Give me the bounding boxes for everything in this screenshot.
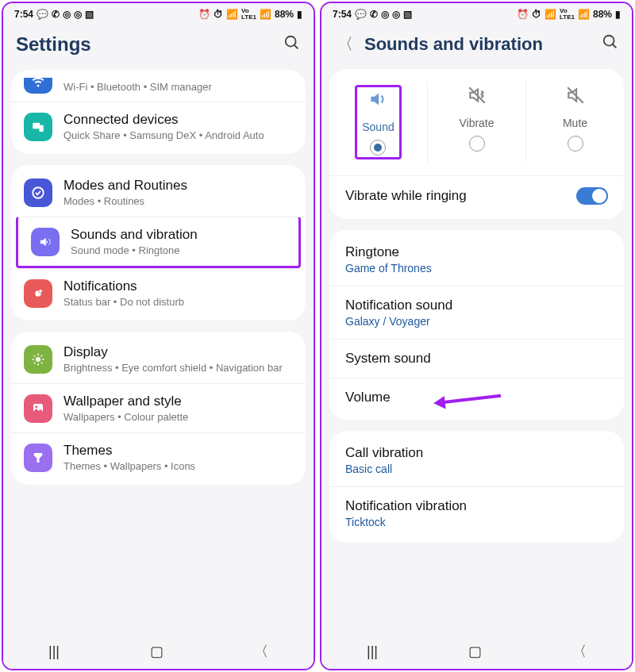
- card-connections: Wi-Fi • Bluetooth • SIM manager Connecte…: [11, 70, 306, 154]
- back-button[interactable]: 〈: [334, 33, 356, 55]
- svg-line-13: [41, 362, 43, 363]
- setting-subtitle: Game of Thrones: [345, 262, 432, 275]
- card-vibration: Call vibration Basic call Notification v…: [329, 431, 624, 543]
- alarm-icon: ⏱: [532, 9, 541, 20]
- setting-ringtone[interactable]: Ringtone Game of Thrones: [329, 233, 624, 286]
- mute-icon: [565, 85, 586, 110]
- mode-vibrate[interactable]: Vibrate: [428, 82, 526, 163]
- volte-icon: VoLTE1: [241, 8, 256, 21]
- mode-mute[interactable]: Mute: [526, 82, 624, 163]
- svg-line-1: [294, 44, 298, 48]
- row-subtitle: Wi-Fi • Bluetooth • SIM manager: [64, 81, 293, 93]
- row-title: Display: [64, 344, 293, 360]
- row-subtitle: Themes • Wallpapers • Icons: [64, 460, 293, 472]
- setting-subtitle: Ticktock: [345, 516, 467, 528]
- mode-sound[interactable]: Sound: [329, 82, 428, 163]
- page-title: Settings: [16, 33, 275, 56]
- search-icon[interactable]: [283, 34, 301, 56]
- svg-rect-2: [33, 122, 40, 129]
- radio-vibrate[interactable]: [469, 136, 485, 152]
- vibrate-icon: [467, 85, 487, 110]
- row-title: Notifications: [64, 278, 293, 294]
- mode-label: Vibrate: [459, 117, 494, 129]
- whatsapp-icon: ✆: [370, 9, 378, 20]
- card-modes: Modes and Routines Modes • Routines Soun…: [11, 165, 306, 321]
- nav-recent[interactable]: |||: [367, 643, 378, 660]
- svg-point-0: [286, 36, 296, 46]
- mode-label: Sound: [362, 121, 394, 133]
- alarm-icon: ⏰: [198, 9, 210, 20]
- instagram-icon: ◎: [63, 9, 71, 20]
- svg-line-22: [440, 382, 501, 417]
- sun-icon: [24, 345, 52, 374]
- wifi-icon: [24, 78, 52, 94]
- settings-item-display[interactable]: Display Brightness • Eye comfort shield …: [11, 335, 306, 383]
- theme-icon: [24, 444, 52, 472]
- status-time: 7:54: [14, 9, 33, 20]
- setting-subtitle: Galaxy / Voyager: [345, 315, 452, 328]
- instagram-icon: ◎: [392, 9, 400, 20]
- wifi-icon: 📶: [545, 9, 556, 20]
- chat-icon: 💬: [355, 9, 367, 20]
- setting-title: Notification sound: [345, 298, 452, 313]
- nav-home[interactable]: ▢: [468, 643, 482, 660]
- row-title: Sounds and vibration: [71, 227, 286, 243]
- radio-mute[interactable]: [568, 136, 583, 152]
- image-icon: ▧: [85, 9, 94, 20]
- row-subtitle: Brightness • Eye comfort shield • Naviga…: [64, 362, 293, 374]
- setting-system-sound[interactable]: System sound: [329, 339, 624, 378]
- settings-item-wallpaper[interactable]: Wallpaper and style Wallpapers • Colour …: [11, 383, 306, 432]
- setting-vibrate-while-ringing[interactable]: Vibrate while ringing: [329, 175, 624, 216]
- settings-item-notifications[interactable]: Notifications Status bar • Do not distur…: [11, 268, 306, 317]
- setting-title: System sound: [345, 351, 431, 367]
- svg-line-19: [613, 44, 617, 48]
- image-icon: [24, 394, 52, 423]
- mode-label: Mute: [563, 117, 587, 129]
- nav-bar: ||| ▢ 〈: [321, 632, 632, 669]
- chat-icon: 💬: [37, 9, 48, 20]
- svg-marker-23: [433, 396, 449, 413]
- setting-call-vibration[interactable]: Call vibration Basic call: [329, 434, 624, 486]
- nav-home[interactable]: ▢: [150, 643, 164, 660]
- svg-point-7: [36, 357, 40, 362]
- nav-recent[interactable]: |||: [48, 643, 60, 660]
- annotation-arrow: [430, 374, 507, 425]
- svg-rect-3: [40, 125, 44, 131]
- signal-icon: 📶: [260, 9, 271, 20]
- battery-icon: ▮: [615, 9, 621, 20]
- card-sounds: Ringtone Game of Thrones Notification so…: [329, 230, 624, 420]
- radio-sound[interactable]: [370, 140, 386, 156]
- battery-text: 88%: [593, 9, 612, 20]
- row-title: Modes and Routines: [64, 178, 293, 194]
- settings-item-themes[interactable]: Themes Themes • Wallpapers • Icons: [11, 432, 306, 482]
- svg-point-6: [39, 289, 43, 293]
- row-title: Themes: [64, 443, 293, 459]
- setting-volume[interactable]: Volume: [329, 378, 624, 417]
- nav-bar: ||| ▢ 〈: [3, 632, 314, 669]
- row-title: Connected devices: [64, 112, 293, 128]
- status-bar: 7:54 💬 ✆ ◎ ◎ ▧ ⏰ ⏱ 📶 VoLTE1 📶 88% ▮: [321, 3, 632, 22]
- instagram-icon: ◎: [381, 9, 389, 20]
- settings-item-connected-devices[interactable]: Connected devices Quick Share • Samsung …: [11, 102, 306, 151]
- row-subtitle: Wallpapers • Colour palette: [64, 411, 293, 423]
- settings-item-modes-routines[interactable]: Modes and Routines Modes • Routines: [11, 168, 306, 217]
- card-display: Display Brightness • Eye comfort shield …: [11, 332, 306, 485]
- setting-notification-sound[interactable]: Notification sound Galaxy / Voyager: [329, 286, 624, 339]
- toggle-vibrate-ringing[interactable]: [576, 187, 608, 205]
- settings-item-sounds-vibration[interactable]: Sounds and vibration Sound mode • Ringto…: [16, 217, 301, 268]
- setting-notification-vibration[interactable]: Notification vibration Ticktock: [329, 486, 624, 540]
- nav-back[interactable]: 〈: [254, 642, 268, 661]
- sound-icon: [31, 228, 60, 256]
- nav-back[interactable]: 〈: [572, 642, 587, 661]
- search-icon[interactable]: [602, 33, 619, 55]
- status-time: 7:54: [333, 9, 352, 20]
- alarm-icon: ⏱: [214, 9, 223, 20]
- alarm-icon: ⏰: [517, 9, 529, 20]
- page-title: Sounds and vibration: [364, 34, 594, 55]
- card-sound-mode: Sound Vibrate Mute: [329, 69, 624, 219]
- wifi-icon: 📶: [226, 9, 238, 20]
- battery-icon: ▮: [297, 9, 302, 20]
- phone-left: 7:54 💬 ✆ ◎ ◎ ▧ ⏰ ⏱ 📶 VoLTE1 📶 88% ▮ Sett…: [2, 2, 315, 670]
- settings-item-connections-partial[interactable]: Wi-Fi • Bluetooth • SIM manager: [11, 73, 306, 102]
- row-subtitle: Status bar • Do not disturb: [64, 296, 293, 308]
